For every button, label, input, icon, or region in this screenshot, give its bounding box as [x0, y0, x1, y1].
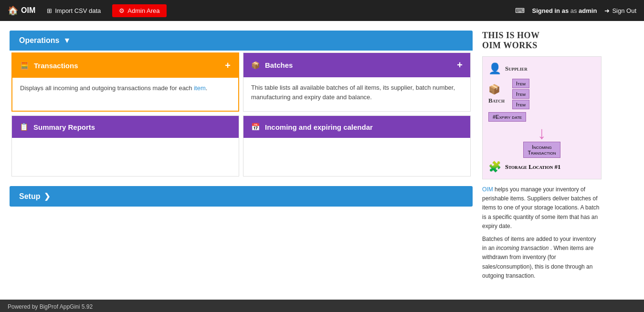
main-container: Operations ▼ 🧮 Transactions + Displays a…: [0, 21, 644, 290]
right-panel: This is howOIM works 👤 Supplier 📦 Batch: [482, 31, 602, 281]
incoming-transaction-em: incoming transaction: [496, 245, 549, 251]
storage-label: Storage Location #1: [505, 163, 561, 171]
header-right: ⌨ Signed in as as admin ➜ Sign Out: [515, 7, 636, 14]
bottom-cards: 📋 Summary Reports 📅 Incoming and expirin…: [10, 114, 473, 178]
calendar-card: 📅 Incoming and expiring calendar: [243, 115, 471, 177]
summary-label: Summary Reports: [33, 123, 95, 131]
transactions-plus-icon: +: [225, 60, 231, 71]
item-link[interactable]: item: [194, 84, 206, 92]
calendar-label: Incoming and expiring calendar: [265, 123, 373, 131]
admin-area-button[interactable]: ⚙ Admin Area: [112, 4, 166, 17]
batches-button[interactable]: 📦 Batches +: [243, 53, 470, 77]
incoming-row: Incoming Transaction: [488, 142, 595, 158]
supplier-row: 👤 Supplier: [488, 62, 595, 75]
batches-icon: 📦: [251, 61, 260, 70]
supplier-label: Supplier: [505, 65, 528, 73]
summary-icon: 📋: [20, 123, 29, 131]
how-it-works-title: This is howOIM works: [482, 31, 602, 51]
oim-link[interactable]: OIM: [482, 186, 493, 193]
operations-label: Operations: [19, 36, 59, 45]
top-cards: 🧮 Transactions + Displays all incoming a…: [10, 51, 473, 114]
header: 🏠 OIM ⊞ Import CSV data ⚙ Admin Area ⌨ S…: [0, 0, 644, 21]
home-icon: 🏠: [8, 5, 18, 16]
grid-icon: ⊞: [47, 7, 52, 14]
batches-label: Batches: [265, 61, 293, 69]
keyboard-icon: ⌨: [515, 7, 525, 14]
summary-button[interactable]: 📋 Summary Reports: [12, 116, 239, 138]
items-section: Item Item Item: [512, 79, 529, 109]
supplier-icon: 👤: [488, 62, 501, 75]
import-csv-button[interactable]: ⊞ Import CSV data: [43, 5, 105, 16]
item-box-1: Item: [512, 79, 529, 88]
batches-plus-icon: +: [457, 60, 463, 71]
footer: Powered by BigProf AppGini 5.92: [0, 300, 644, 312]
calendar-body: [243, 138, 470, 176]
signout-icon: ➜: [604, 7, 610, 14]
batches-description: This table lists all available batches o…: [243, 77, 470, 111]
setup-arrow-icon: ❯: [44, 192, 50, 201]
transactions-card: 🧮 Transactions + Displays all incoming a…: [11, 52, 239, 112]
operations-header[interactable]: Operations ▼: [10, 31, 473, 51]
item-box-3: Item: [512, 100, 529, 109]
calendar-button[interactable]: 📅 Incoming and expiring calendar: [243, 116, 470, 138]
footer-text: Powered by BigProf AppGini 5.92: [8, 303, 93, 310]
batch-section: 📦 Batch: [488, 83, 505, 104]
sign-out-label: Sign Out: [612, 7, 636, 14]
sign-out-button[interactable]: ➜ Sign Out: [604, 7, 636, 14]
transactions-button[interactable]: 🧮 Transactions +: [12, 53, 238, 78]
gear-icon: ⚙: [119, 7, 125, 14]
setup-header[interactable]: Setup ❯: [10, 186, 473, 207]
batch-label: Batch: [488, 97, 505, 104]
summary-card: 📋 Summary Reports: [11, 115, 239, 177]
storage-row: 🧩 Storage Location #1: [488, 161, 595, 173]
batches-card: 📦 Batches + This table lists all availab…: [243, 52, 471, 112]
dropdown-icon: ▼: [63, 36, 71, 45]
summary-body: [12, 138, 239, 176]
batch-icon: 📦: [488, 83, 500, 95]
transactions-label: Transactions: [34, 62, 78, 70]
description-text: OIM helps you manage your inventory of p…: [482, 185, 602, 231]
arrow-down: ↓: [488, 125, 595, 142]
expiry-row: #Expiry date: [488, 112, 595, 122]
incoming-label: Incoming Transaction: [523, 142, 560, 158]
setup-label: Setup: [19, 192, 40, 201]
description-text-2: Batches of items are added to your inven…: [482, 235, 602, 281]
admin-area-label: Admin Area: [127, 7, 159, 14]
item-box-2: Item: [512, 89, 529, 99]
transactions-description: Displays all incoming and outgoing trans…: [12, 78, 238, 103]
calendar-icon: 📅: [251, 123, 260, 131]
transactions-icon: 🧮: [20, 62, 29, 70]
import-csv-label: Import CSV data: [55, 7, 101, 14]
signed-in-text: Signed in as as admin: [532, 7, 597, 14]
diagram: 👤 Supplier 📦 Batch Item Item Item: [482, 56, 602, 179]
expiry-label: #Expiry date: [488, 112, 526, 122]
logo: 🏠 OIM: [8, 5, 35, 16]
storage-icon: 🧩: [488, 161, 501, 173]
content-area: Operations ▼ 🧮 Transactions + Displays a…: [10, 31, 473, 281]
logo-text: OIM: [21, 6, 35, 15]
